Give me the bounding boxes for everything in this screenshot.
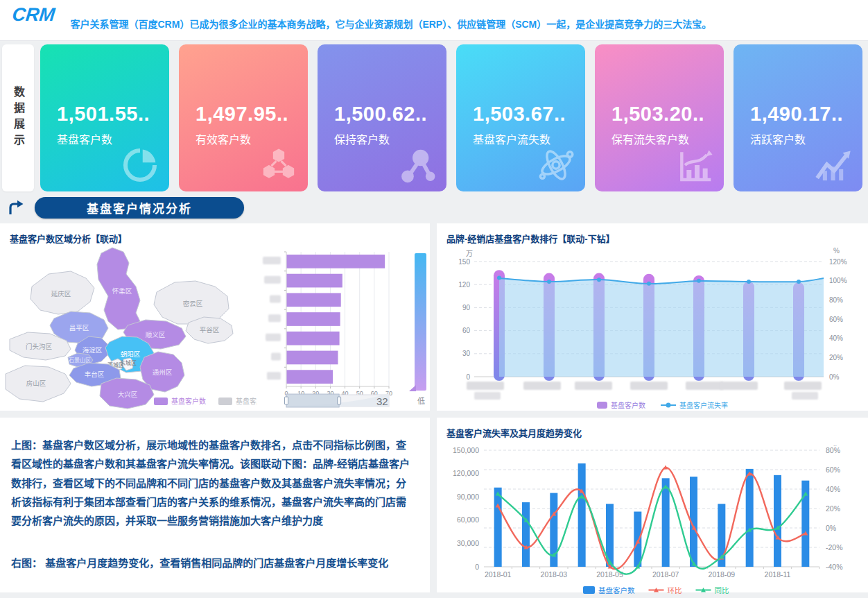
svg-text:60%: 60% <box>826 465 840 474</box>
svg-text:120%: 120% <box>829 258 847 266</box>
svg-text:基盘客户流失率: 基盘客户流失率 <box>236 397 257 405</box>
panel-title: 品牌-经销店基盘客户数排行【联动-下钻】 <box>437 223 868 246</box>
legend-item-bars[interactable]: 基盘客户数 <box>583 586 635 595</box>
stat-card-lost-base-customers[interactable]: 1,503.67.. 基盘客户流失数 <box>456 44 585 191</box>
app-header: CRM 客户关系管理（百度CRM）已成为很多企业的基本商务战略，它与企业资源规划… <box>0 0 868 41</box>
sidebar-tab-data-display[interactable]: 数据展示 <box>2 44 34 191</box>
stat-value: 1,490.17.. <box>750 103 843 126</box>
loss-rate-point[interactable] <box>497 276 501 280</box>
svg-text:80%: 80% <box>829 296 843 304</box>
panel-monthly-trend: 基盘客户流失率及其月度趋势变化 -40%-20%0%20%40%60%80%03… <box>437 418 868 592</box>
svg-text:基盘客户流失率: 基盘客户流失率 <box>679 401 728 409</box>
svg-text:万: 万 <box>466 250 473 257</box>
description-paragraph-top: 上图：基盘客户数区域分析，展示地域性的基盘客户数排名，点击不同指标比例图，查看区… <box>11 436 416 530</box>
svg-text:昌平区: 昌平区 <box>69 324 89 332</box>
visualmap-bar[interactable] <box>415 253 426 391</box>
bar-arrow-icon <box>675 146 714 185</box>
legend-item-bars[interactable]: 基盘客户数 <box>597 401 645 409</box>
region-bar[interactable] <box>286 274 342 288</box>
svg-text:0: 0 <box>466 373 470 381</box>
trend-bar[interactable] <box>634 511 641 567</box>
loss-rate-point[interactable] <box>797 280 801 284</box>
svg-text:环比: 环比 <box>668 586 682 595</box>
svg-text:20%: 20% <box>829 354 843 361</box>
app-logo: CRM <box>0 0 56 26</box>
monthly-trend-chart: -40%-20%0%20%40%60%80%030,00060,00090,00… <box>441 441 862 597</box>
loss-rate-point[interactable] <box>597 277 601 282</box>
svg-text:密云区: 密云区 <box>183 300 203 307</box>
svg-text:门头沟区: 门头沟区 <box>26 343 53 350</box>
pie-chart-icon <box>121 146 159 185</box>
region-bar[interactable] <box>286 255 385 268</box>
legend-item-环比[interactable]: 环比 <box>649 586 682 595</box>
svg-text:40%: 40% <box>829 334 843 342</box>
stat-card-valid-customers[interactable]: 1,497.95.. 有效客户数 <box>179 44 308 191</box>
svg-text:90: 90 <box>462 304 471 311</box>
svg-text:基盘客户数: 基盘客户数 <box>598 586 635 595</box>
stat-card-retained-customers[interactable]: 1,500.62.. 保持客户数 <box>318 44 446 191</box>
legend-item-loss-rate[interactable]: 基盘客户流失率 <box>661 401 728 409</box>
loss-rate-point[interactable] <box>547 280 551 284</box>
region-bar[interactable] <box>286 293 340 307</box>
trend-arrow-icon <box>814 146 853 185</box>
svg-text:同比: 同比 <box>715 586 729 595</box>
svg-text:基盘客户数: 基盘客户数 <box>171 397 206 405</box>
svg-text:石景山区: 石景山区 <box>69 357 91 364</box>
svg-text:90,000: 90,000 <box>457 493 479 501</box>
section-title-pill[interactable]: 基盘客户情况分析 <box>35 197 244 219</box>
trend-bar[interactable] <box>522 502 530 567</box>
stat-card-base-customers[interactable]: 1,501.55.. 基盘客户数 <box>40 44 169 191</box>
dashboard-grid: 基盘客户数区域分析【联动】 延庆区怀柔区密云区昌平区顺义区平谷区门头沟区海淀区朝… <box>0 223 868 592</box>
svg-text:150: 150 <box>458 258 470 266</box>
atom-icon <box>537 146 575 185</box>
legend-item-同比[interactable]: 同比 <box>696 586 729 595</box>
description-paragraph-right: 右图： 基盘客户月度趋势变化，查看销售相同品牌的门店基盘客户月度增长率变化 <box>11 554 416 572</box>
svg-text:海淀区: 海淀区 <box>83 346 103 354</box>
svg-text:大兴区: 大兴区 <box>118 391 138 398</box>
svg-text:..: .. <box>833 441 837 447</box>
svg-text:顺义区: 顺义区 <box>146 331 166 339</box>
svg-text:150,000: 150,000 <box>453 446 479 454</box>
datazoom-slider[interactable]: 32 <box>284 393 389 407</box>
stat-label: 基盘客户数 <box>57 130 112 147</box>
section-header-row: 基盘客户情况分析 <box>7 193 868 222</box>
svg-text:40%: 40% <box>826 485 840 493</box>
loss-rate-point[interactable] <box>697 279 701 283</box>
svg-text:30,000: 30,000 <box>457 539 479 547</box>
svg-text:60,000: 60,000 <box>457 515 479 524</box>
trend-bar[interactable] <box>746 469 754 567</box>
brand-rank-chart: 03060901201500%20%40%60%80%100%120%万%基盘客… <box>441 246 862 413</box>
svg-text:2018-11: 2018-11 <box>765 570 791 579</box>
stat-value: 1,503.20.. <box>611 103 704 126</box>
svg-text:朝阳区: 朝阳区 <box>121 350 141 358</box>
svg-text:30: 30 <box>462 350 471 357</box>
beijing-district-map: 延庆区怀柔区密云区昌平区顺义区平谷区门头沟区海淀区朝阳区石景山区西城区东城区丰台… <box>0 246 257 410</box>
panel-title: 基盘客户流失率及其月度趋势变化 <box>437 418 868 441</box>
region-bar[interactable] <box>286 332 339 345</box>
svg-text:2018-01: 2018-01 <box>485 570 512 579</box>
region-bar[interactable] <box>286 370 333 384</box>
visualmap-low-label: 低 <box>417 395 425 406</box>
stat-card-held-lost-customers[interactable]: 1,503.20.. 保有流失客户数 <box>595 44 724 191</box>
visualmap-gradient[interactable]: 低 <box>415 253 430 391</box>
share-nodes-icon <box>398 146 437 185</box>
svg-text:房山区: 房山区 <box>26 379 46 387</box>
loss-rate-point[interactable] <box>747 280 751 284</box>
stat-value: 1,501.55.. <box>57 103 150 126</box>
map-legend-item[interactable]: 基盘客户数 <box>154 397 206 405</box>
loss-rate-point[interactable] <box>647 282 651 286</box>
trend-bar[interactable] <box>494 488 502 567</box>
map-legend-item[interactable]: 基盘客户流失率 <box>218 397 257 405</box>
svg-text:100%: 100% <box>829 277 847 284</box>
trend-bar[interactable] <box>578 463 586 567</box>
svg-text:0: 0 <box>475 563 479 571</box>
region-bar[interactable] <box>286 351 338 365</box>
stat-cards: 1,501.55.. 基盘客户数 1,497.95.. 有效客户数 1,500.… <box>40 44 862 191</box>
hex-cluster-icon <box>259 146 298 185</box>
trend-bar[interactable] <box>662 478 670 567</box>
svg-text:120,000: 120,000 <box>453 469 479 477</box>
trend-bar[interactable] <box>774 475 781 567</box>
stat-card-active-customers[interactable]: 1,490.17.. 活跃客户数 <box>734 44 862 191</box>
svg-text:0%: 0% <box>826 524 836 532</box>
region-bar[interactable] <box>286 312 340 326</box>
